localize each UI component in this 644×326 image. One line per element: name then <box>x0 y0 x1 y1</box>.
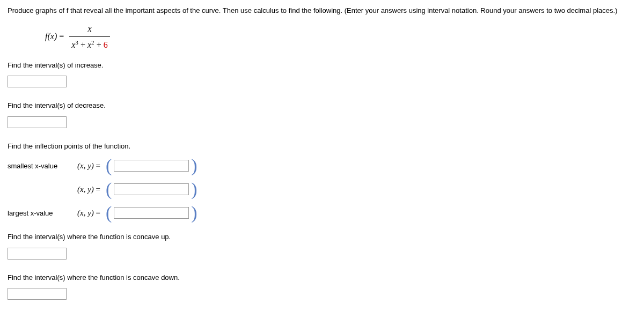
den-constant: 6 <box>104 40 108 49</box>
smallest-x-label: smallest x-value <box>8 161 77 172</box>
equation-lhs: f(x) <box>45 31 57 40</box>
close-paren-2: ) <box>191 180 197 198</box>
equation-fraction: x x3 + x2 + 6 <box>69 23 109 51</box>
equation: f(x) = x x3 + x2 + 6 <box>45 23 636 51</box>
input-inflection-3[interactable] <box>114 207 189 219</box>
largest-x-label: largest x-value <box>8 208 77 219</box>
inflection-row-3: largest x-value (x, y) = ( ) <box>8 204 636 222</box>
prompt-increase: Find the interval(s) of increase. <box>8 60 636 71</box>
equation-numerator: x <box>69 23 109 37</box>
coord-wrap-3: ( ) <box>106 204 197 222</box>
close-paren-3: ) <box>191 204 197 222</box>
prompt-concave-up: Find the interval(s) where the function … <box>8 232 636 242</box>
coord-wrap-1: ( ) <box>106 157 197 175</box>
instruction-content: Produce graphs of f that reveal all the … <box>8 6 617 14</box>
input-increase[interactable] <box>8 76 67 87</box>
xy-label-1: (x, y) = <box>77 160 100 172</box>
equation-denominator: x3 + x2 + 6 <box>69 37 109 51</box>
close-paren-1: ) <box>191 157 197 175</box>
inflection-row-1: smallest x-value (x, y) = ( ) <box>8 157 636 175</box>
xy-label-3: (x, y) = <box>77 207 100 219</box>
prompt-decrease: Find the interval(s) of decrease. <box>8 100 636 111</box>
equation-equals: = <box>59 31 64 40</box>
den-term2-base: x <box>87 40 91 49</box>
input-concave-down[interactable] <box>8 288 67 300</box>
xy-label-2: (x, y) = <box>77 183 100 196</box>
open-paren-3: ( <box>106 204 112 222</box>
prompt-concave-down: Find the interval(s) where the function … <box>8 272 636 283</box>
input-decrease[interactable] <box>8 116 67 128</box>
den-plus1: + <box>78 40 87 49</box>
instruction-text: Produce graphs of f that reveal all the … <box>8 5 636 16</box>
coord-wrap-2: ( ) <box>106 180 197 198</box>
open-paren-1: ( <box>106 157 112 175</box>
input-inflection-2[interactable] <box>114 183 189 195</box>
input-concave-up[interactable] <box>8 248 67 260</box>
input-inflection-1[interactable] <box>114 160 189 172</box>
prompt-inflection: Find the inflection points of the functi… <box>8 141 636 152</box>
open-paren-2: ( <box>106 180 112 198</box>
den-plus2: + <box>94 40 104 49</box>
inflection-row-2: (x, y) = ( ) <box>8 180 636 198</box>
